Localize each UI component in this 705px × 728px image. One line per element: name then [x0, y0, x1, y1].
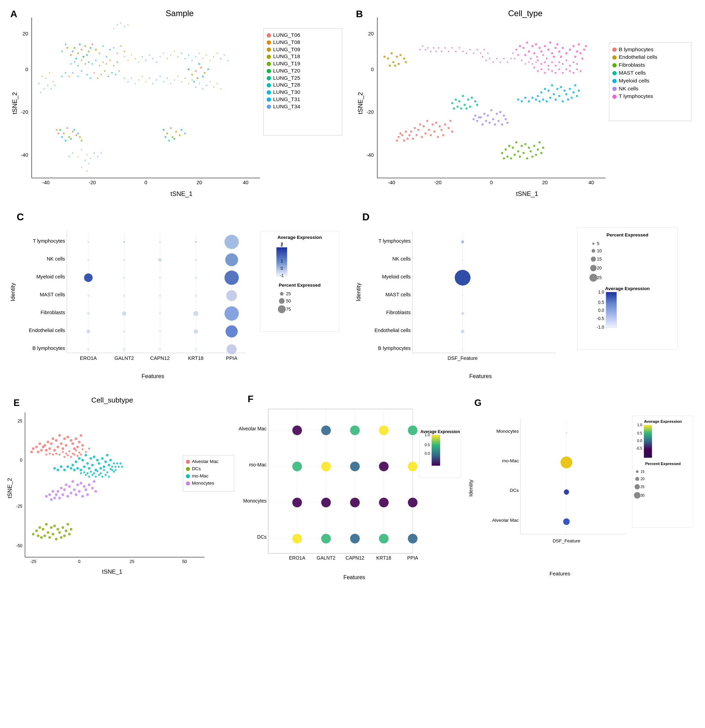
svg-text:Myeloid cells: Myeloid cells — [382, 274, 411, 279]
svg-point-101 — [193, 81, 195, 82]
svg-point-37 — [124, 51, 125, 52]
svg-point-134 — [124, 78, 125, 79]
svg-point-539 — [279, 298, 285, 304]
svg-point-668 — [76, 467, 79, 470]
svg-point-83 — [170, 127, 172, 129]
svg-point-382 — [407, 138, 408, 140]
svg-point-111 — [149, 54, 150, 55]
svg-point-574 — [589, 274, 597, 282]
svg-point-647 — [85, 454, 87, 456]
svg-point-442 — [462, 95, 464, 97]
svg-text:mo-Mac: mo-Mac — [192, 473, 209, 478]
svg-point-735 — [50, 526, 53, 529]
svg-point-338 — [574, 84, 576, 86]
svg-text:25: 25 — [597, 275, 602, 280]
svg-point-179 — [97, 156, 98, 157]
svg-point-326 — [551, 84, 553, 86]
svg-point-147 — [170, 83, 171, 84]
svg-point-14 — [84, 45, 86, 47]
svg-point-155 — [199, 83, 200, 84]
svg-point-46 — [99, 65, 100, 66]
svg-point-740 — [57, 528, 59, 531]
svg-point-636 — [58, 454, 61, 456]
svg-text:C: C — [17, 211, 24, 222]
svg-point-259 — [546, 58, 547, 59]
svg-point-760 — [186, 467, 190, 471]
svg-point-632 — [78, 452, 81, 454]
svg-point-621 — [39, 442, 41, 445]
svg-point-274 — [533, 67, 535, 68]
svg-point-683 — [110, 468, 112, 470]
svg-point-61 — [104, 71, 106, 72]
svg-point-77 — [61, 136, 63, 138]
svg-point-508 — [87, 295, 90, 297]
svg-point-393 — [528, 147, 530, 149]
svg-point-661 — [88, 467, 90, 470]
svg-point-689 — [114, 466, 117, 468]
svg-point-183 — [81, 167, 82, 168]
svg-point-510 — [159, 295, 161, 297]
svg-point-303 — [482, 56, 483, 58]
svg-point-173 — [86, 155, 87, 155]
svg-point-170 — [44, 88, 45, 90]
svg-point-367 — [447, 127, 449, 129]
svg-point-793 — [321, 462, 331, 471]
svg-point-58 — [68, 76, 70, 77]
svg-point-169 — [54, 85, 55, 86]
svg-point-392 — [508, 145, 510, 147]
svg-point-64 — [65, 72, 67, 74]
svg-point-366 — [444, 123, 446, 126]
svg-point-268 — [558, 61, 560, 63]
svg-point-386 — [399, 132, 401, 134]
svg-point-286 — [576, 68, 578, 70]
svg-point-434 — [399, 54, 401, 56]
panel-D: D Identity Features T lymphocytes NK cel… — [352, 209, 698, 381]
svg-text:0.0: 0.0 — [425, 451, 430, 455]
svg-point-430 — [472, 118, 475, 120]
svg-point-826 — [564, 490, 569, 495]
svg-point-748 — [48, 536, 51, 539]
svg-point-400 — [540, 152, 542, 154]
svg-point-417 — [503, 114, 505, 117]
svg-point-659 — [106, 454, 109, 456]
svg-point-724 — [57, 490, 59, 493]
svg-text:PPIA: PPIA — [226, 356, 237, 361]
svg-point-688 — [113, 462, 115, 464]
svg-point-604 — [57, 446, 59, 449]
svg-point-525 — [159, 348, 161, 350]
svg-point-174 — [77, 156, 78, 157]
svg-text:CAPN12: CAPN12 — [150, 356, 170, 361]
svg-point-250 — [574, 56, 576, 58]
svg-point-396 — [530, 150, 532, 152]
svg-point-433 — [387, 58, 389, 59]
svg-point-706 — [76, 484, 79, 486]
svg-point-378 — [412, 138, 414, 140]
svg-point-309 — [469, 49, 471, 50]
svg-point-329 — [560, 86, 562, 88]
svg-point-115 — [163, 53, 164, 53]
svg-point-150 — [181, 81, 182, 82]
svg-text:-1.0: -1.0 — [597, 325, 604, 329]
svg-point-522 — [226, 325, 237, 337]
svg-point-272 — [573, 61, 574, 63]
svg-text:Average Expression: Average Expression — [605, 286, 650, 291]
svg-text:25: 25 — [641, 485, 645, 489]
svg-point-153 — [191, 79, 193, 81]
svg-point-226 — [526, 42, 528, 44]
svg-point-682 — [106, 471, 108, 473]
svg-point-764 — [186, 481, 190, 485]
svg-point-801 — [408, 498, 417, 507]
svg-point-409 — [510, 157, 512, 159]
svg-point-804 — [350, 534, 360, 543]
svg-point-20 — [86, 54, 88, 56]
svg-point-319 — [436, 51, 437, 52]
svg-text:0.5: 0.5 — [598, 300, 604, 305]
svg-point-355 — [517, 99, 519, 101]
svg-point-451 — [476, 104, 478, 106]
svg-point-53 — [86, 74, 88, 75]
svg-point-697 — [85, 474, 87, 476]
svg-point-295 — [510, 58, 512, 59]
svg-point-498 — [87, 259, 90, 261]
svg-text:-0.5: -0.5 — [636, 446, 642, 450]
svg-point-728 — [55, 493, 58, 496]
